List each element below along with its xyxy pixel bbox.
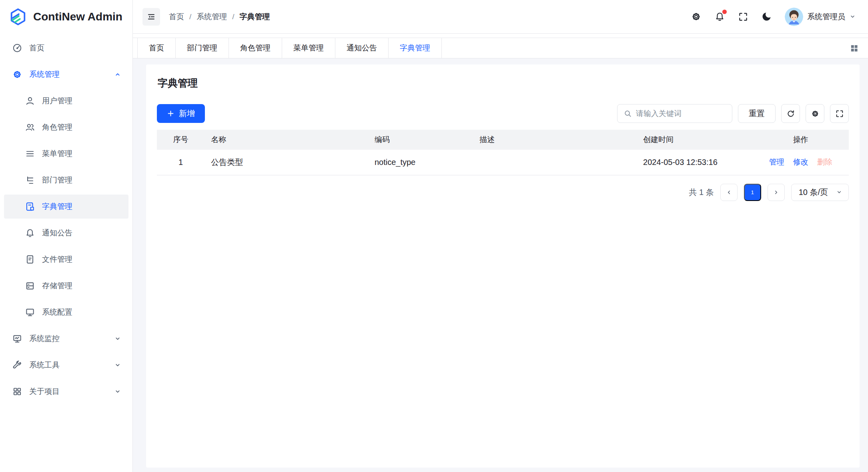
toolbar-right: 重置 bbox=[617, 104, 849, 123]
sidebar-item-home[interactable]: 首页 bbox=[4, 36, 128, 60]
tab-home[interactable]: 首页 bbox=[137, 38, 176, 58]
column-header-name: 名称 bbox=[204, 130, 368, 150]
column-header-created: 创建时间 bbox=[637, 130, 753, 150]
users-icon bbox=[25, 122, 35, 133]
chevron-right-icon bbox=[773, 189, 780, 196]
tab-dictionary[interactable]: 字典管理 bbox=[389, 38, 442, 58]
breadcrumb-separator: / bbox=[232, 12, 234, 21]
page-size-select[interactable]: 10 条/页 bbox=[791, 184, 849, 201]
column-header-description: 描述 bbox=[473, 130, 637, 150]
breadcrumb-item-current: 字典管理 bbox=[240, 12, 270, 22]
refresh-icon bbox=[786, 109, 795, 118]
edit-link[interactable]: 修改 bbox=[793, 157, 808, 167]
hexagon-logo-icon bbox=[9, 8, 27, 26]
username: 系统管理员 bbox=[807, 12, 845, 22]
tab-menus[interactable]: 菜单管理 bbox=[282, 38, 335, 58]
app-title: ContiNew Admin bbox=[33, 10, 122, 23]
menu-lines-icon bbox=[25, 149, 35, 159]
cell-created-at: 2024-05-03 12:53:16 bbox=[637, 150, 753, 175]
sidebar-item-label: 系统管理 bbox=[29, 69, 60, 80]
sidebar-item-files[interactable]: 文件管理 bbox=[4, 247, 128, 271]
chevron-down-icon bbox=[849, 13, 856, 20]
tab-roles[interactable]: 角色管理 bbox=[229, 38, 282, 58]
breadcrumb-item[interactable]: 首页 bbox=[169, 12, 184, 22]
sidebar-item-departments[interactable]: 部门管理 bbox=[4, 168, 128, 192]
notification-badge-dot bbox=[722, 10, 727, 14]
search-icon bbox=[623, 109, 632, 118]
file-icon bbox=[25, 254, 35, 265]
sidebar-item-config[interactable]: 系统配置 bbox=[4, 300, 128, 324]
storage-icon bbox=[25, 281, 35, 291]
prev-page-button[interactable] bbox=[720, 184, 738, 201]
sidebar-item-storage[interactable]: 存储管理 bbox=[4, 274, 128, 298]
tab-label: 角色管理 bbox=[240, 43, 271, 53]
sidebar-item-monitor[interactable]: 系统监控 bbox=[4, 327, 128, 351]
page-size-value: 10 条/页 bbox=[799, 187, 828, 198]
fullscreen-button[interactable] bbox=[738, 12, 748, 22]
sidebar-collapse-button[interactable] bbox=[142, 8, 160, 26]
tab-departments[interactable]: 部门管理 bbox=[176, 38, 229, 58]
sidebar-item-tools[interactable]: 系统工具 bbox=[4, 353, 128, 377]
user-icon bbox=[25, 96, 35, 106]
breadcrumb-item[interactable]: 系统管理 bbox=[196, 12, 227, 22]
grid-icon bbox=[12, 386, 22, 397]
monitor-chart-icon bbox=[12, 333, 22, 344]
table-fullscreen-button[interactable] bbox=[830, 104, 849, 123]
content-area: 字典管理 新增 bbox=[133, 58, 868, 472]
chevron-left-icon bbox=[726, 189, 732, 196]
sidebar-item-roles[interactable]: 角色管理 bbox=[4, 115, 128, 139]
refresh-button[interactable] bbox=[781, 104, 800, 123]
tab-label: 通知公告 bbox=[347, 43, 377, 53]
sidebar-nav: 首页 系统管理 bbox=[0, 34, 132, 406]
sidebar-item-system[interactable]: 系统管理 bbox=[4, 62, 128, 86]
gear-icon bbox=[12, 69, 22, 80]
search-input[interactable] bbox=[636, 109, 726, 118]
tab-notices[interactable]: 通知公告 bbox=[335, 38, 389, 58]
tabstrip: 首页 部门管理 角色管理 菜单管理 通知公告 字典管理 bbox=[133, 38, 868, 58]
app-logo[interactable]: ContiNew Admin bbox=[0, 0, 132, 34]
gear-icon bbox=[811, 109, 820, 118]
column-settings-button[interactable] bbox=[806, 104, 824, 123]
add-button[interactable]: 新增 bbox=[157, 104, 205, 123]
sidebar-item-about[interactable]: 关于项目 bbox=[4, 380, 128, 404]
sidebar-item-users[interactable]: 用户管理 bbox=[4, 89, 128, 113]
sidebar-item-label: 角色管理 bbox=[42, 122, 72, 133]
tabbar: 首页 部门管理 角色管理 菜单管理 通知公告 字典管理 bbox=[133, 34, 868, 58]
column-header-code: 编码 bbox=[368, 130, 473, 150]
cell-actions: 管理 修改 删除 bbox=[753, 150, 849, 175]
tab-list-button[interactable] bbox=[850, 44, 859, 53]
manage-link[interactable]: 管理 bbox=[769, 157, 784, 167]
breadcrumb-separator: / bbox=[189, 12, 191, 21]
chevron-up-icon bbox=[114, 71, 121, 78]
reset-button[interactable]: 重置 bbox=[738, 104, 776, 123]
sidebar-item-menus[interactable]: 菜单管理 bbox=[4, 142, 128, 166]
breadcrumb: 首页 / 系统管理 / 字典管理 bbox=[169, 12, 270, 22]
tab-label: 首页 bbox=[149, 43, 164, 53]
column-header-actions: 操作 bbox=[753, 130, 849, 150]
dictionary-card: 字典管理 新增 bbox=[146, 64, 860, 468]
avatar bbox=[785, 8, 803, 26]
plus-icon bbox=[167, 110, 174, 117]
sidebar-item-label: 系统配置 bbox=[42, 307, 72, 317]
dictionary-table: 序号 名称 编码 描述 创建时间 操作 1 公告类型 notice_type bbox=[157, 130, 849, 175]
next-page-button[interactable] bbox=[768, 184, 785, 201]
topbar-actions: 系统管理员 bbox=[691, 8, 856, 26]
gear-icon bbox=[691, 11, 702, 22]
sidebar-item-dictionary[interactable]: 字典管理 bbox=[4, 195, 128, 219]
column-header-index: 序号 bbox=[157, 130, 204, 150]
dark-mode-button[interactable] bbox=[761, 11, 772, 22]
pagination: 共 1 条 1 10 条/页 bbox=[157, 184, 849, 201]
sidebar-item-label: 关于项目 bbox=[29, 386, 60, 397]
delete-link[interactable]: 删除 bbox=[817, 157, 832, 167]
user-menu[interactable]: 系统管理员 bbox=[785, 8, 856, 26]
moon-icon bbox=[761, 11, 772, 22]
sidebar-item-label: 菜单管理 bbox=[42, 149, 72, 159]
sidebar-item-label: 用户管理 bbox=[42, 96, 72, 106]
settings-button[interactable] bbox=[691, 11, 702, 22]
chevron-down-icon bbox=[836, 189, 842, 195]
sidebar-item-label: 存储管理 bbox=[42, 281, 72, 291]
tab-label: 字典管理 bbox=[400, 43, 430, 53]
page-1-button[interactable]: 1 bbox=[744, 184, 761, 201]
sidebar-item-notices[interactable]: 通知公告 bbox=[4, 221, 128, 245]
notifications-button[interactable] bbox=[714, 11, 725, 22]
